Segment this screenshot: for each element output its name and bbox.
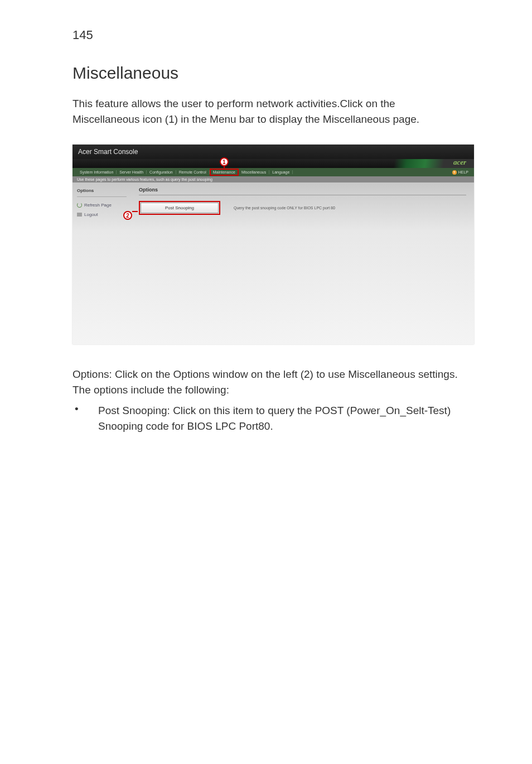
main-divider — [139, 195, 466, 195]
post-snooping-button[interactable]: Post Snooping — [141, 203, 219, 213]
menu-maintenance-label: Maintenance — [213, 170, 235, 174]
bullet-text: Post Snooping: Click on this item to que… — [98, 403, 460, 434]
help-link[interactable]: ? HELP — [452, 170, 468, 175]
callout-connector-1 — [224, 166, 225, 170]
help-icon: ? — [452, 170, 457, 175]
refresh-icon — [77, 203, 82, 208]
logout-icon — [77, 213, 82, 217]
callout-marker-2: 2 — [123, 211, 132, 220]
sidebar-refresh-page[interactable]: Refresh Page — [77, 203, 127, 208]
sidebar-logout-label: Logout — [84, 212, 98, 217]
menu-language[interactable]: Language — [269, 170, 293, 174]
page-number: 145 — [72, 28, 460, 42]
section-heading: Miscellaneous — [72, 64, 460, 83]
callout-connector-2 — [132, 211, 138, 212]
embedded-screenshot: Acer Smart Console acer System Informati… — [72, 145, 474, 344]
post-snooping-highlight: Post Snooping — [139, 201, 220, 215]
menu-miscellaneous[interactable]: Miscellaneous — [239, 170, 269, 174]
console-body: Options Refresh Page Logout Options 2 Po… — [72, 182, 474, 344]
menu-configuration[interactable]: Configuration — [147, 170, 176, 174]
sidebar-logout[interactable]: Logout — [77, 212, 127, 217]
options-row: 2 Post Snooping Query the post snooping … — [139, 201, 466, 215]
brand-logo: acer — [453, 158, 466, 167]
menu-maintenance-highlighted[interactable]: Maintenance 1 — [210, 169, 239, 176]
intro-paragraph: This feature allows the user to perform … — [72, 96, 460, 127]
main-panel: Options 2 Post Snooping Query the post s… — [131, 182, 474, 344]
help-label: HELP — [458, 170, 468, 174]
bullet-marker: • — [75, 403, 98, 415]
menu-system-information[interactable]: System Information — [77, 170, 117, 174]
console-titlebar: Acer Smart Console — [72, 145, 474, 159]
logo-bar: acer — [72, 159, 474, 168]
bullet-item: • Post Snooping: Click on this item to q… — [75, 403, 460, 434]
post-snooping-description: Query the post snooping code ONLY for BI… — [234, 206, 335, 210]
sub-description-bar: Use these pages to perform various featu… — [72, 176, 474, 182]
options-paragraph: Options: Click on the Options window on … — [72, 367, 460, 397]
menu-bar: System Information Server Health Configu… — [72, 168, 474, 176]
main-options-heading: Options — [139, 187, 466, 193]
callout-marker-1: 1 — [220, 157, 229, 166]
sidebar: Options Refresh Page Logout — [72, 182, 131, 344]
sidebar-refresh-label: Refresh Page — [84, 203, 112, 208]
console-title: Acer Smart Console — [78, 148, 138, 156]
menu-server-health[interactable]: Server Health — [117, 170, 147, 174]
menu-remote-control[interactable]: Remote Control — [176, 170, 210, 174]
sidebar-heading: Options — [77, 188, 127, 197]
